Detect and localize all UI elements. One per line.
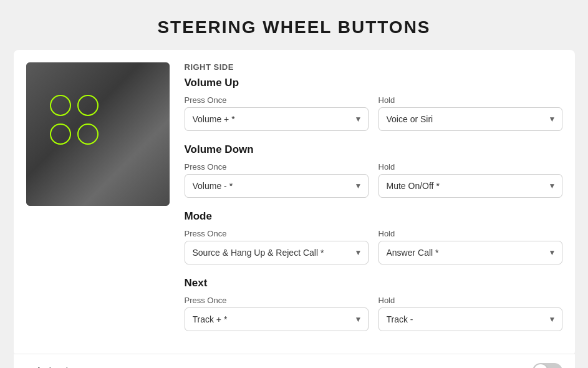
volume-up-press-once-select[interactable]: Volume + * Volume - * Source & Hang Up &… [185,107,369,131]
default-value-toggle[interactable] [533,363,562,368]
volume-up-press-once-label: Press Once [185,95,369,105]
volume-down-hold-select[interactable]: Mute On/Off * Voice or Siri Answer Call … [378,174,562,198]
next-press-once-wrapper: Track + * Volume + * Volume - * Source &… [185,307,369,331]
controls-section: RIGHT SIDE Volume Up Press Once Hold Vol… [185,62,562,344]
next-title: Next [185,277,562,289]
toggle-knob [534,364,547,368]
volume-down-press-once-select[interactable]: Volume - * Volume + * Source & Hang Up &… [185,174,369,198]
button-circle-3 [50,123,71,145]
volume-down-title: Volume Down [185,143,562,156]
mode-press-once-select[interactable]: Source & Hang Up & Reject Call * Volume … [185,241,369,264]
volume-up-hold-select[interactable]: Voice or Siri Mute On/Off * Answer Call … [378,107,562,131]
button-circle-2 [77,95,99,116]
next-press-once-select[interactable]: Track + * Volume + * Volume - * Source &… [185,307,369,331]
page-title: STEERING WHEEL BUTTONS [0,0,588,50]
section-label: RIGHT SIDE [185,62,562,72]
control-group-volume-up: Volume Up Press Once Hold Volume + * Vol… [185,77,562,131]
next-press-once-label: Press Once [185,296,369,305]
steering-wheel-image [26,62,170,206]
button-circle-1 [50,95,71,116]
next-hold-label: Hold [378,296,562,305]
volume-down-hold-wrapper: Mute On/Off * Voice or Siri Answer Call … [378,174,562,198]
volume-down-press-once-wrapper: Volume - * Volume + * Source & Hang Up &… [185,174,369,198]
mode-hold-label: Hold [378,229,562,238]
next-hold-wrapper: Track - Voice or Siri Mute On/Off * Answ… [378,307,562,331]
volume-up-hold-wrapper: Voice or Siri Mute On/Off * Answer Call … [378,107,562,131]
mode-hold-select[interactable]: Answer Call * Voice or Siri Mute On/Off … [378,241,562,264]
next-hold-select[interactable]: Track - Voice or Siri Mute On/Off * Answ… [378,307,562,331]
mode-hold-wrapper: Answer Call * Voice or Siri Mute On/Off … [378,241,562,264]
mode-title: Mode [185,210,562,223]
mode-press-once-label: Press Once [185,229,369,238]
footer-row: Default Value [14,354,575,368]
control-group-mode: Mode Press Once Hold Source & Hang Up & … [185,210,562,264]
volume-up-hold-label: Hold [378,95,562,105]
mode-press-once-wrapper: Source & Hang Up & Reject Call * Volume … [185,241,369,264]
control-group-volume-down: Volume Down Press Once Hold Volume - * V… [185,143,562,198]
button-circle-4 [77,123,99,145]
volume-up-title: Volume Up [185,77,562,89]
volume-up-press-once-wrapper: Volume + * Volume - * Source & Hang Up &… [185,107,369,131]
volume-down-hold-label: Hold [378,162,562,172]
volume-down-press-once-label: Press Once [185,162,369,172]
control-group-next: Next Press Once Hold Track + * Volume + … [185,277,562,331]
main-card: RIGHT SIDE Volume Up Press Once Hold Vol… [14,50,575,356]
